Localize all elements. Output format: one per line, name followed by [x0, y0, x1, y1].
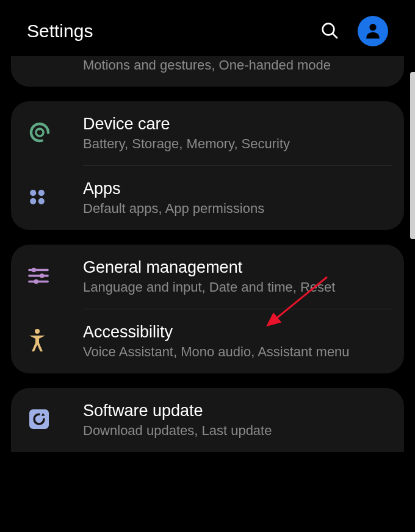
settings-item-software-update[interactable]: Software update Download updates, Last u… — [11, 388, 404, 452]
svg-point-5 — [38, 128, 41, 130]
settings-item-advanced-features[interactable]: Motions and gestures, One-handed mode — [11, 61, 404, 87]
settings-item-general-management[interactable]: General management Language and input, D… — [11, 245, 404, 309]
svg-point-9 — [38, 198, 45, 204]
sliders-icon — [27, 266, 50, 288]
settings-card-general: General management Language and input, D… — [11, 245, 404, 373]
svg-point-11 — [32, 267, 37, 272]
device-care-icon — [27, 120, 52, 148]
update-icon — [27, 407, 51, 434]
svg-point-7 — [38, 190, 45, 196]
item-subtitle: Language and input, Date and time, Reset — [83, 279, 392, 295]
search-icon — [320, 33, 339, 42]
item-subtitle: Battery, Storage, Memory, Security — [83, 136, 392, 152]
search-button[interactable] — [320, 21, 339, 42]
settings-card-update: Software update Download updates, Last u… — [11, 388, 404, 452]
settings-card-advanced: Motions and gestures, One-handed mode — [11, 56, 404, 87]
settings-item-device-care[interactable]: Device care Battery, Storage, Memory, Se… — [11, 101, 404, 165]
apps-icon — [27, 187, 48, 210]
item-title: Accessibility — [83, 323, 392, 342]
header: Settings — [0, 0, 415, 65]
account-button[interactable] — [358, 16, 388, 46]
settings-item-accessibility[interactable]: Accessibility Voice Assistant, Mono audi… — [11, 309, 404, 373]
svg-point-15 — [34, 279, 38, 284]
item-subtitle: Default apps, App permissions — [83, 201, 392, 217]
settings-card-device: Device care Battery, Storage, Memory, Se… — [11, 101, 404, 230]
item-title: General management — [83, 258, 392, 277]
svg-point-13 — [40, 273, 45, 278]
page-title: Settings — [27, 21, 93, 41]
item-title: Device care — [83, 115, 392, 134]
svg-rect-17 — [29, 409, 49, 429]
header-actions — [320, 16, 388, 46]
settings-list[interactable]: Motions and gestures, One-handed mode De… — [0, 56, 415, 452]
item-subtitle: Motions and gestures, One-handed mode — [83, 57, 392, 73]
accessibility-icon — [27, 328, 48, 355]
item-subtitle: Voice Assistant, Mono audio, Assistant m… — [83, 344, 392, 360]
svg-point-8 — [30, 198, 36, 204]
item-title: Apps — [83, 179, 392, 198]
svg-point-16 — [35, 329, 40, 334]
item-subtitle: Download updates, Last update — [83, 423, 392, 439]
person-icon — [363, 21, 383, 42]
scrollbar-thumb[interactable] — [410, 72, 415, 239]
svg-line-1 — [333, 34, 337, 38]
settings-item-apps[interactable]: Apps Default apps, App permissions — [11, 166, 404, 230]
svg-point-3 — [29, 121, 51, 143]
item-title: Software update — [83, 401, 392, 420]
svg-point-6 — [30, 190, 36, 196]
svg-point-2 — [369, 24, 376, 31]
